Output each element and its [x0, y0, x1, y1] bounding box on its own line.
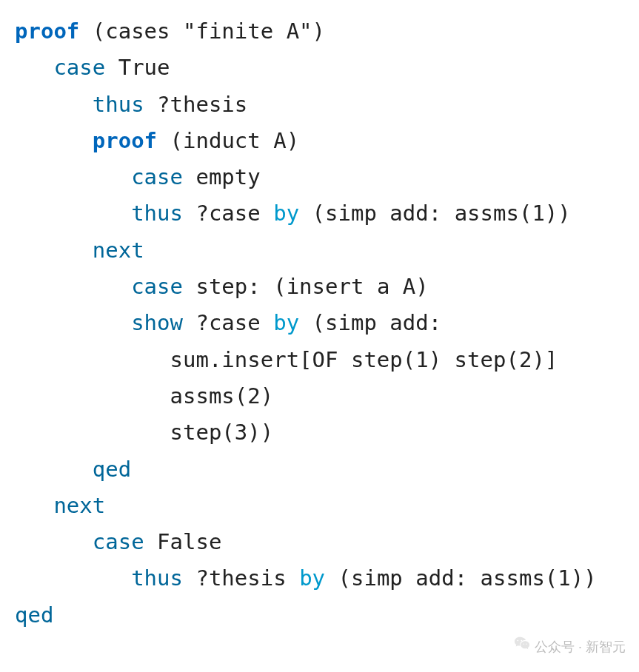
code-token: ?case: [183, 201, 273, 226]
code-token: ?case: [183, 310, 273, 335]
code-line: thus ?case by (simp add: assms(1)): [15, 195, 624, 232]
code-token: (simp add: assms(1)): [325, 565, 597, 591]
code-token: sum.insert[OF step(1) step(2)]: [170, 347, 558, 372]
code-token: True: [105, 55, 170, 80]
code-token: ?thesis: [144, 92, 248, 117]
code-token: empty: [183, 164, 261, 189]
code-line: step(3)): [15, 414, 624, 451]
code-token: case: [131, 274, 183, 299]
code-line: proof (induct A): [15, 123, 624, 159]
code-token: by: [273, 201, 299, 226]
code-token: by: [299, 565, 325, 591]
code-token: next: [93, 238, 144, 263]
code-token: assms(2): [170, 383, 274, 409]
code-token: thus: [93, 92, 144, 117]
code-token: qed: [93, 457, 131, 482]
code-token: by: [273, 310, 299, 335]
code-line: next: [15, 488, 624, 524]
code-line: case empty: [15, 159, 624, 195]
code-token: (induct A): [157, 128, 299, 153]
code-token: (simp add: assms(1)): [299, 201, 571, 226]
code-line: qed: [15, 451, 624, 488]
code-token: thus: [131, 201, 183, 226]
code-token: False: [144, 529, 222, 554]
code-token: ?thesis: [183, 565, 299, 591]
code-token: (simp add:: [299, 310, 441, 335]
code-block: proof (cases "finite A") case True thus …: [15, 13, 624, 634]
code-line: thus ?thesis by (simp add: assms(1)): [15, 560, 624, 597]
code-line: assms(2): [15, 378, 624, 414]
code-token: case: [93, 529, 144, 554]
code-token: proof: [93, 128, 157, 153]
code-token: next: [53, 493, 105, 518]
watermark-text: 公众号 · 新智元: [535, 636, 626, 659]
watermark: 公众号 · 新智元: [514, 635, 626, 659]
code-line: show ?case by (simp add:: [15, 305, 624, 341]
code-token: (cases "finite A"): [79, 19, 325, 44]
code-line: proof (cases "finite A"): [15, 13, 624, 50]
code-token: show: [131, 310, 183, 335]
code-line: case True: [15, 50, 624, 86]
code-line: qed: [15, 597, 624, 634]
code-token: proof: [15, 19, 79, 44]
code-token: case: [53, 55, 105, 80]
code-line: case False: [15, 524, 624, 560]
code-line: next: [15, 232, 624, 269]
wechat-icon: [514, 635, 530, 659]
code-token: case: [131, 164, 183, 189]
code-line: sum.insert[OF step(1) step(2)]: [15, 342, 624, 378]
code-token: qed: [15, 602, 53, 628]
code-line: thus ?thesis: [15, 87, 624, 123]
code-line: case step: (insert a A): [15, 269, 624, 305]
code-token: thus: [131, 565, 183, 591]
code-token: step: (insert a A): [183, 274, 429, 299]
code-token: step(3)): [170, 420, 274, 445]
